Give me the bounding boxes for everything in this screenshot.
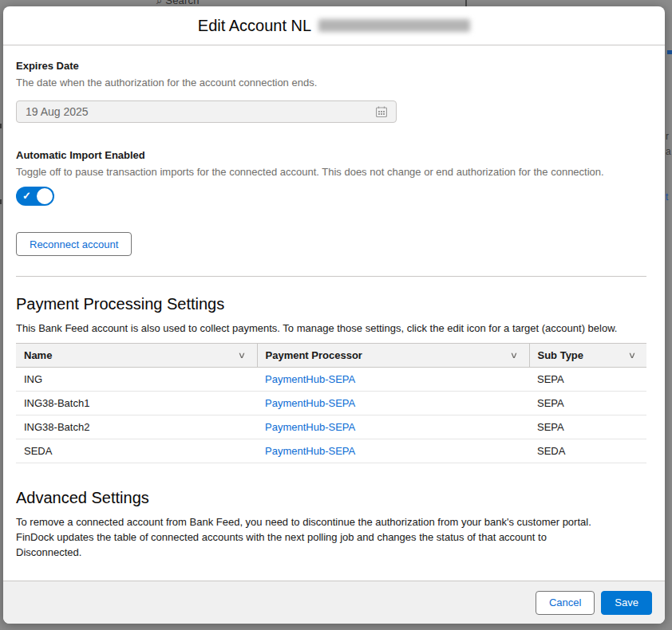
expires-date-field[interactable] <box>16 100 397 123</box>
automatic-import-description: Toggle off to pause transaction imports … <box>16 166 652 178</box>
payment-processor-link[interactable]: PaymentHub-SEPA <box>265 397 355 409</box>
table-row: ING38-Batch2 PaymentHub-SEPA SEPA <box>16 415 646 439</box>
check-icon: ✓ <box>22 190 31 203</box>
background-page-fragment: a <box>666 146 671 157</box>
edit-account-modal: Edit Account NL Expires Date The date wh… <box>3 6 665 624</box>
advanced-settings-description: To remove a connected account from Bank … <box>16 514 611 560</box>
cell-name: ING38-Batch2 <box>16 415 257 439</box>
background-page-fragment <box>465 0 467 6</box>
redacted-account-number <box>318 19 470 32</box>
cell-name: SEDA <box>16 439 257 463</box>
modal-header: Edit Account NL <box>3 6 665 45</box>
modal-title-text: Edit Account NL <box>198 17 311 35</box>
cell-sub-type: SEPA <box>529 392 646 415</box>
background-page-fragment <box>0 199 2 204</box>
reconnect-account-button[interactable]: Reconnect account <box>16 232 132 256</box>
advanced-settings-title: Advanced Settings <box>16 487 652 508</box>
section-divider <box>16 276 646 277</box>
cell-sub-type: SEPA <box>529 415 646 439</box>
background-page-fragment: r <box>666 131 669 142</box>
cell-sub-type: SEDA <box>529 439 646 463</box>
search-icon: ⌕ Search <box>156 0 200 6</box>
payment-settings-title: Payment Processing Settings <box>16 293 652 314</box>
expires-date-input[interactable] <box>26 105 329 118</box>
chevron-down-icon: ∨ <box>510 350 518 360</box>
modal-title: Edit Account NL <box>198 17 470 35</box>
automatic-import-label: Automatic Import Enabled <box>16 149 652 161</box>
payment-settings-description: This Bank Feed account is also used to c… <box>16 321 650 336</box>
background-page-topbar: ⌕ Search <box>0 0 672 6</box>
expires-date-label: Expires Date <box>16 60 652 72</box>
cell-sub-type: SEPA <box>529 368 646 392</box>
payment-targets-table: Name ∨ Payment Processor ∨ Sub Type ∨ IN… <box>16 343 646 463</box>
calendar-icon <box>376 106 387 117</box>
save-button[interactable]: Save <box>601 591 652 615</box>
table-row: ING PaymentHub-SEPA SEPA <box>16 368 646 392</box>
payment-processor-link[interactable]: PaymentHub-SEPA <box>265 421 355 433</box>
toggle-knob <box>37 188 53 204</box>
column-header-sub-type[interactable]: Sub Type ∨ <box>529 344 646 368</box>
background-page-fragment <box>0 124 2 128</box>
column-header-name[interactable]: Name ∨ <box>16 344 257 368</box>
table-row: SEDA PaymentHub-SEPA SEDA <box>16 439 646 463</box>
cancel-button[interactable]: Cancel <box>536 591 595 615</box>
chevron-down-icon: ∨ <box>628 350 636 360</box>
modal-body: Expires Date The date when the authoriza… <box>3 60 665 560</box>
expires-date-description: The date when the authorization for the … <box>16 77 652 89</box>
cell-name: ING38-Batch1 <box>16 392 257 415</box>
modal-footer: Cancel Save <box>3 581 665 624</box>
table-header-row: Name ∨ Payment Processor ∨ Sub Type ∨ <box>16 344 646 368</box>
payment-processor-link[interactable]: PaymentHub-SEPA <box>265 445 355 457</box>
cell-name: ING <box>16 368 257 392</box>
automatic-import-toggle[interactable]: ✓ <box>16 187 54 206</box>
background-page-fragment <box>667 50 672 54</box>
background-page-fragment: t <box>666 191 668 203</box>
table-row: ING38-Batch1 PaymentHub-SEPA SEPA <box>16 392 646 415</box>
column-header-payment-processor[interactable]: Payment Processor ∨ <box>257 344 529 368</box>
payment-processor-link[interactable]: PaymentHub-SEPA <box>265 373 355 385</box>
chevron-down-icon: ∨ <box>238 350 246 360</box>
